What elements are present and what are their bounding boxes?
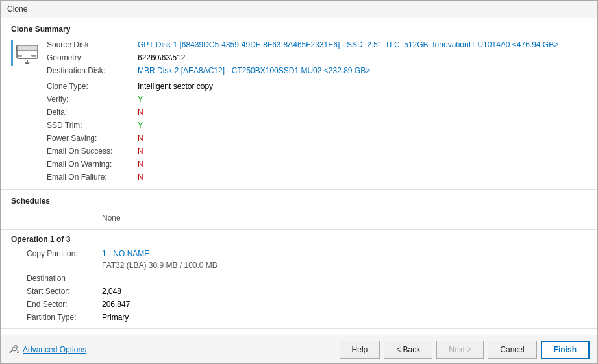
source-disk-value: GPT Disk 1 [68439DC5-4359-49DF-8F63-8A46… bbox=[138, 39, 558, 51]
svg-line-6 bbox=[10, 350, 13, 353]
geometry-label: Geometry: bbox=[47, 52, 138, 64]
bottom-left: Advanced Options bbox=[8, 345, 86, 355]
source-disk-label: Source Disk: bbox=[47, 39, 138, 51]
window-title: Clone bbox=[7, 5, 27, 14]
advanced-options-link[interactable]: Advanced Options bbox=[23, 345, 86, 354]
clone-type-label: Clone Type: bbox=[47, 80, 138, 92]
source-disk-row: Source Disk: GPT Disk 1 [68439DC5-4359-4… bbox=[47, 39, 587, 51]
wrench-icon bbox=[8, 345, 19, 355]
delta-label: Delta: bbox=[47, 106, 138, 118]
op1-destination-row: Destination bbox=[11, 273, 587, 284]
email-success-row: Email On Success: N bbox=[47, 145, 587, 157]
content-area: Clone Summary bbox=[1, 18, 597, 335]
bottom-bar: Advanced Options Help < Back Next > Canc… bbox=[1, 335, 597, 363]
destination-disk-value: MBR Disk 2 [AEA8AC12] - CT250BX100SSD1 M… bbox=[138, 65, 370, 77]
email-success-label: Email On Success: bbox=[47, 145, 138, 157]
op1-partition-type-label: Partition Type: bbox=[11, 311, 102, 323]
info-table: Source Disk: GPT Disk 1 [68439DC5-4359-4… bbox=[47, 39, 587, 184]
schedules-section: Schedules None bbox=[1, 190, 597, 230]
svg-point-3 bbox=[31, 55, 34, 57]
operation1-section: Operation 1 of 3 Copy Partition: 1 - NO … bbox=[1, 230, 597, 329]
next-button[interactable]: Next > bbox=[436, 341, 484, 359]
back-button[interactable]: < Back bbox=[384, 341, 432, 359]
finish-button[interactable]: Finish bbox=[541, 341, 590, 359]
operation1-title: Operation 1 of 3 bbox=[11, 235, 587, 244]
svg-rect-2 bbox=[18, 55, 22, 57]
delta-row: Delta: N bbox=[47, 106, 587, 118]
destination-disk-label: Destination Disk: bbox=[47, 65, 138, 77]
clone-summary-title: Clone Summary bbox=[11, 25, 587, 34]
schedules-value: None bbox=[11, 211, 587, 225]
clone-type-value: Intelligent sector copy bbox=[138, 80, 213, 92]
cancel-button[interactable]: Cancel bbox=[488, 341, 536, 359]
power-saving-row: Power Saving: N bbox=[47, 132, 587, 144]
op1-start-sector-label: Start Sector: bbox=[11, 285, 102, 297]
op1-destination-label: Destination bbox=[11, 273, 102, 284]
op1-copy-partition-label: Copy Partition: bbox=[11, 248, 102, 260]
op1-partition-type-row: Partition Type: Primary bbox=[11, 311, 587, 323]
op1-end-sector-value: 206,847 bbox=[102, 298, 130, 310]
ssd-trim-label: SSD Trim: bbox=[47, 119, 138, 131]
summary-body: Source Disk: GPT Disk 1 [68439DC5-4359-4… bbox=[11, 39, 587, 184]
email-warning-label: Email On Warning: bbox=[47, 158, 138, 170]
email-success-value: N bbox=[138, 145, 143, 157]
op1-copy-partition-row: Copy Partition: 1 - NO NAME bbox=[11, 248, 587, 260]
verify-label: Verify: bbox=[47, 93, 138, 105]
title-bar: Clone bbox=[1, 1, 597, 18]
op1-copy-partition-sub: FAT32 (LBA) 30.9 MB / 100.0 MB bbox=[11, 261, 587, 270]
ssd-trim-value: Y bbox=[138, 119, 143, 131]
main-window: Clone Clone Summary bbox=[0, 0, 598, 364]
clone-type-row: Clone Type: Intelligent sector copy bbox=[47, 80, 587, 92]
destination-disk-row: Destination Disk: MBR Disk 2 [AEA8AC12] … bbox=[47, 65, 587, 77]
svg-point-4 bbox=[34, 55, 36, 57]
power-saving-label: Power Saving: bbox=[47, 132, 138, 144]
geometry-row: Geometry: 62260\63\512 bbox=[47, 52, 587, 64]
op1-partition-type-value: Primary bbox=[102, 311, 129, 323]
email-failure-label: Email On Failure: bbox=[47, 171, 138, 183]
delta-value: N bbox=[138, 106, 143, 118]
verify-row: Verify: Y bbox=[47, 93, 587, 105]
op1-end-sector-row: End Sector: 206,847 bbox=[11, 298, 587, 310]
geometry-value: 62260\63\512 bbox=[138, 52, 185, 64]
help-button[interactable]: Help bbox=[340, 341, 380, 359]
op1-start-sector-value: 2,048 bbox=[102, 285, 121, 297]
operation2-section: Operation 2 of 3 Copy Partition: 2 - <NO… bbox=[1, 329, 597, 335]
op1-end-sector-label: End Sector: bbox=[11, 298, 102, 310]
email-failure-row: Email On Failure: N bbox=[47, 171, 587, 183]
power-saving-value: N bbox=[138, 132, 143, 144]
email-warning-row: Email On Warning: N bbox=[47, 158, 587, 170]
bottom-right: Help < Back Next > Cancel Finish bbox=[340, 341, 590, 359]
op1-start-sector-row: Start Sector: 2,048 bbox=[11, 285, 587, 297]
op1-copy-partition-value: 1 - NO NAME bbox=[102, 248, 149, 260]
email-warning-value: N bbox=[138, 158, 143, 170]
verify-value: Y bbox=[138, 93, 143, 105]
schedules-title: Schedules bbox=[11, 197, 587, 206]
ssd-trim-row: SSD Trim: Y bbox=[47, 119, 587, 131]
svg-rect-1 bbox=[17, 45, 38, 51]
disk-icon bbox=[11, 40, 39, 66]
email-failure-value: N bbox=[138, 171, 143, 183]
clone-summary-section: Clone Summary bbox=[1, 18, 597, 190]
